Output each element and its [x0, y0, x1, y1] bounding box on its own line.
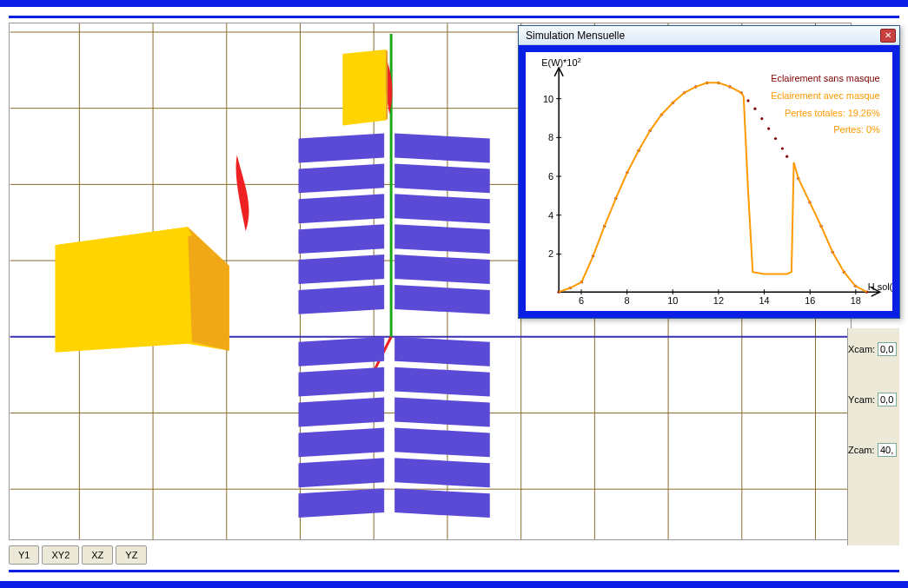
svg-marker-39	[394, 194, 490, 223]
camera-panel: Xcam: Ycam: Zcam:	[847, 328, 899, 545]
xcam-label: Xcam:	[848, 344, 874, 354]
legend-pertes: Pertes: 0%	[833, 124, 880, 135]
svg-marker-44	[394, 367, 490, 397]
popup-titlebar[interactable]: Simulation Mensuelle ✕	[519, 26, 899, 45]
svg-point-97	[767, 127, 770, 129]
zcam-label: Zcam:	[848, 445, 874, 455]
legend-pertes-tot: Pertes totales: 19.26%	[785, 108, 880, 118]
svg-point-99	[781, 147, 784, 149]
svg-text:H sol(h): H sol(h)	[868, 281, 892, 292]
svg-text:8: 8	[625, 295, 630, 306]
svg-marker-20	[342, 50, 386, 126]
svg-point-100	[785, 155, 788, 158]
svg-marker-29	[299, 254, 385, 284]
close-icon[interactable]: ✕	[880, 29, 896, 43]
svg-text:14: 14	[759, 295, 770, 306]
svg-text:6: 6	[579, 295, 584, 306]
panel-array	[299, 134, 490, 519]
svg-marker-36	[299, 488, 385, 518]
svg-marker-40	[394, 224, 490, 254]
svg-marker-45	[394, 398, 490, 427]
svg-text:E(W)*102: E(W)*102	[541, 56, 581, 68]
svg-marker-23	[188, 227, 229, 351]
svg-point-98	[774, 137, 777, 140]
simulation-popup[interactable]: Simulation Mensuelle ✕ 10 8 6 4 2	[518, 25, 900, 319]
svg-marker-34	[299, 427, 385, 457]
svg-marker-47	[394, 458, 490, 487]
svg-marker-28	[299, 224, 385, 254]
svg-text:12: 12	[713, 295, 724, 306]
svg-marker-46	[394, 427, 490, 457]
yellow-block-small	[342, 50, 388, 126]
ycam-input[interactable]	[878, 393, 897, 406]
svg-text:10: 10	[667, 295, 678, 306]
view-xz-button[interactable]: XZ	[82, 545, 113, 565]
chart-svg: 10 8 6 4 2 6 8 10 12 14 16 18 E(W)*102 H…	[526, 52, 892, 311]
view-yz-button[interactable]: YZ	[116, 545, 147, 565]
svg-text:10: 10	[543, 94, 553, 104]
svg-marker-37	[394, 134, 490, 163]
view-buttons: Y1 XY2 XZ YZ	[9, 545, 147, 565]
top-separator	[9, 16, 899, 18]
svg-marker-30	[299, 285, 385, 314]
view-xy2-button[interactable]: XY2	[42, 545, 79, 565]
svg-marker-25	[299, 134, 385, 163]
bottom-separator	[9, 570, 899, 572]
svg-text:18: 18	[851, 295, 861, 306]
svg-marker-38	[394, 163, 490, 193]
svg-text:16: 16	[805, 295, 815, 306]
svg-text:8: 8	[548, 132, 553, 142]
svg-marker-33	[299, 398, 385, 427]
svg-marker-32	[299, 367, 385, 397]
svg-marker-48	[394, 488, 490, 518]
popup-title: Simulation Mensuelle	[522, 30, 880, 42]
svg-text:2: 2	[548, 248, 553, 259]
svg-marker-43	[394, 337, 490, 367]
svg-text:4: 4	[548, 210, 553, 221]
svg-marker-41	[394, 254, 490, 284]
legend-avec: Eclairement avec masque	[771, 90, 879, 101]
legend-sans: Eclairement sans masque	[771, 73, 879, 83]
zcam-input[interactable]	[878, 443, 897, 457]
svg-point-94	[746, 99, 749, 102]
svg-marker-26	[299, 163, 385, 193]
svg-marker-27	[299, 194, 385, 223]
svg-point-96	[760, 117, 763, 120]
svg-point-95	[753, 108, 756, 110]
ycam-label: Ycam:	[848, 394, 874, 405]
xcam-input[interactable]	[878, 342, 897, 356]
svg-marker-35	[299, 458, 385, 487]
svg-marker-21	[386, 50, 388, 121]
yellow-block-large	[55, 227, 229, 353]
view-y1-button[interactable]: Y1	[9, 545, 39, 565]
svg-text:6: 6	[548, 171, 553, 182]
svg-marker-31	[299, 337, 385, 367]
popup-body: 10 8 6 4 2 6 8 10 12 14 16 18 E(W)*102 H…	[519, 45, 899, 318]
svg-marker-42	[394, 285, 490, 314]
